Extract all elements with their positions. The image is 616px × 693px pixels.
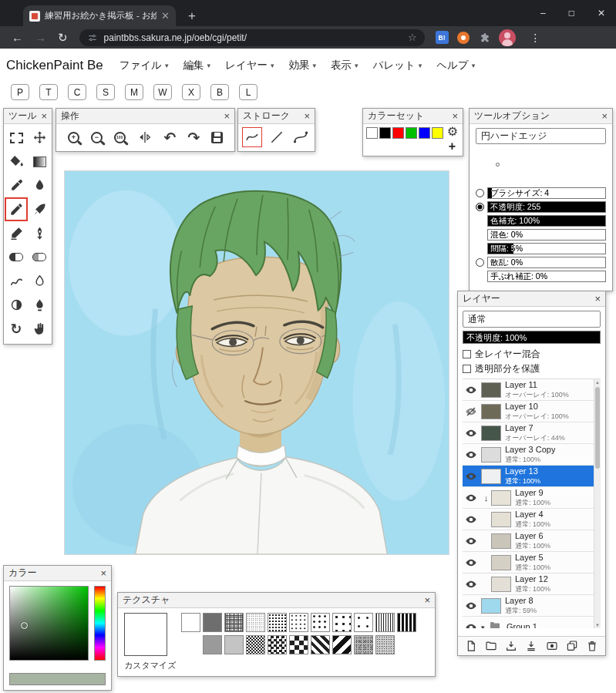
expand-icon[interactable]: ▾ [481,624,489,629]
layer-option-1[interactable]: 透明部分を保護 [463,362,601,376]
layer-row-layer-4[interactable]: Layer 4通常: 100% [463,509,594,530]
layer-row-layer-13[interactable]: Layer 13通常: 100% [463,466,594,487]
eye-visible-icon[interactable] [465,470,481,483]
tool-gradient[interactable] [28,150,51,173]
slider-stabilizer[interactable]: 手ぶれ補正: 0% [487,271,606,282]
site-settings-icon[interactable] [87,32,98,43]
texture-palette-titlebar[interactable]: テクスチャ × [118,593,435,608]
color-swatch-0[interactable] [366,127,378,139]
close-icon[interactable]: × [304,111,310,121]
profile-avatar[interactable] [499,29,516,46]
menu-layer[interactable]: レイヤー▾ [225,59,274,72]
close-icon[interactable]: × [100,568,106,578]
tool-rect-select[interactable] [5,126,28,150]
duplicate-layer-button[interactable] [566,640,578,652]
scrollbar-thumb[interactable] [595,387,600,469]
layer-mask-button[interactable] [546,640,558,652]
menu-file[interactable]: ファイル▾ [119,59,169,72]
add-color-button[interactable]: + [449,140,456,153]
extension-badge[interactable]: B! [436,31,449,44]
layer-row-layer-11[interactable]: Layer 11オーバーレイ: 100% [463,379,594,401]
texture-diag-half[interactable] [332,635,352,654]
layer-row-layer-10[interactable]: Layer 10オーバーレイ: 100% [463,401,594,422]
tool-flood-fill[interactable] [5,150,28,173]
slider-color-recharge[interactable]: 色補充: 100% [487,215,606,227]
close-icon[interactable]: × [452,111,458,121]
close-icon[interactable]: × [424,595,430,605]
texture-halftone-dense[interactable] [268,613,287,632]
layer-row-group-1[interactable]: ▾Group 1 [463,617,594,628]
stroke-palette-titlebar[interactable]: ストローク × [238,109,315,124]
layers-palette-titlebar[interactable]: レイヤー × [458,291,605,307]
slider-blend[interactable]: 混色: 0% [487,229,606,241]
texture-white[interactable] [181,613,200,632]
slider-brush-size[interactable]: ブラシサイズ: 4 [487,187,606,199]
zoom-out-button[interactable]: − [91,132,103,143]
bookmark-star-icon[interactable]: ☆ [408,32,417,43]
add-group-button[interactable] [485,640,497,652]
texture-halftone[interactable] [289,613,308,632]
radio-scatter[interactable] [476,258,484,267]
eye-visible-icon[interactable] [465,578,481,590]
tool-burn[interactable] [28,293,51,317]
tool-soft-eraser[interactable] [28,245,51,269]
drawing-canvas[interactable] [64,170,449,555]
texture-vlines-bold[interactable] [397,613,416,632]
tool-pen[interactable] [28,197,51,221]
delete-layer-button[interactable] [586,640,598,652]
eye-visible-icon[interactable] [465,449,481,461]
scroll-down-icon[interactable]: ▼ [594,622,601,628]
tool-dodge[interactable] [5,293,28,317]
texture-checker-bold[interactable] [289,635,308,654]
save-button[interactable] [211,132,223,143]
window-minimize-button[interactable]: – [540,8,546,19]
redo-button[interactable]: ↷ [187,130,200,145]
menu-palette[interactable]: パレット▾ [373,59,422,72]
url-bar[interactable]: paintbbs.sakura.ne.jp/oeb/cgi/petit/ ☆ [79,29,425,46]
picker-indicator[interactable] [21,622,28,629]
new-tab-button[interactable]: + [188,5,196,26]
layer-row-layer-7[interactable]: Layer 7オーバーレイ: 44% [463,422,594,444]
texture-diag-checker[interactable] [311,635,330,654]
eye-visible-icon[interactable] [465,427,481,439]
close-icon[interactable]: × [601,111,608,121]
tool-water[interactable] [28,173,51,197]
window-maximize-button[interactable]: □ [569,8,574,19]
tool-pen-nib[interactable] [28,221,51,245]
texture-vlines[interactable] [375,613,395,632]
tool-pencil[interactable] [5,197,28,221]
slider-spacing[interactable]: 間隔: 5% [487,243,606,254]
radio-opacity[interactable] [476,203,484,211]
texture-dark[interactable] [203,613,222,632]
texture-checker[interactable] [268,635,287,654]
layer-row-layer-12[interactable]: Layer 12通常: 100% [463,574,594,595]
stroke-line[interactable] [267,127,287,147]
layer-row-layer-3-copy[interactable]: Layer 3 Copy通常: 100% [463,444,594,466]
tool-blur[interactable] [28,269,51,293]
hue-strip[interactable] [94,586,106,661]
back-button[interactable]: ← [12,32,23,43]
merge-down-button[interactable] [525,640,537,652]
radio-brush-size[interactable] [476,189,484,197]
layer-row-layer-9[interactable]: ↓Layer 9通常: 100% [463,487,594,509]
brush-type-select[interactable]: 円ハードエッジ [476,128,606,144]
extensions-puzzle-icon[interactable] [478,32,490,44]
texture-gray-light[interactable] [224,635,244,654]
texture-dots-sparse[interactable] [311,613,330,632]
eye-visible-icon[interactable] [465,535,481,547]
texture-dots-fine[interactable] [246,613,265,632]
texture-gray[interactable] [203,635,222,654]
shortcut-m[interactable]: M [125,84,143,100]
tool-move[interactable] [28,126,51,150]
slider-scatter[interactable]: 散乱: 0% [487,257,606,268]
add-layer-button[interactable] [465,640,477,652]
shortcut-w[interactable]: W [153,84,172,100]
color-swatch-4[interactable] [419,127,430,139]
tool-eyedropper[interactable] [5,173,28,197]
eye-hidden-icon[interactable] [465,405,481,418]
shortcut-p[interactable]: P [11,84,29,100]
color-swatch-2[interactable] [392,127,404,139]
browser-menu-icon[interactable]: ⋮ [530,32,541,44]
zoom-in-button[interactable]: + [68,132,79,143]
tool-options-palette-titlebar[interactable]: ツールオプション × [470,109,612,124]
